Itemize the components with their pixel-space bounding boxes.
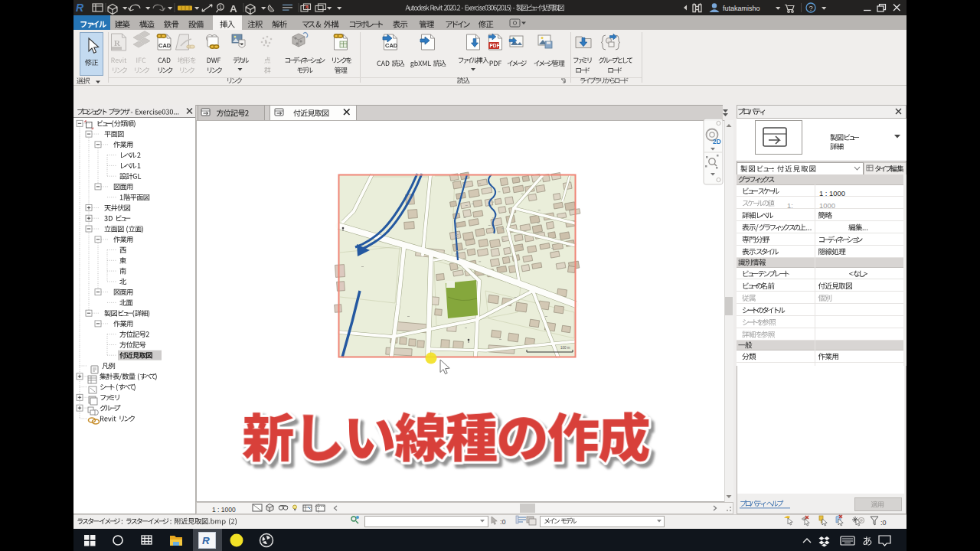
svg-text:100 m: 100 m — [560, 346, 570, 350]
